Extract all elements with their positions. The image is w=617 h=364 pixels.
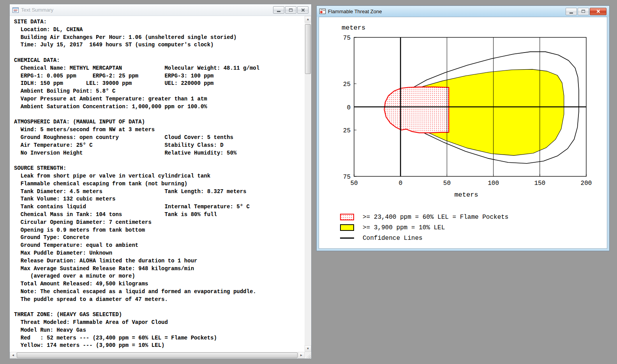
close-button[interactable]	[297, 6, 308, 14]
svg-text:0: 0	[398, 180, 402, 187]
yellow-zone-swatch	[340, 224, 354, 231]
red-zone-label: >= 23,400 ppm = 60% LEL = Flame Pockets	[363, 214, 508, 221]
svg-text:25: 25	[343, 81, 351, 88]
minimize-button[interactable]	[273, 6, 284, 14]
text-summary-text: SITE DATA: Location: DL, CHINA Building …	[14, 18, 259, 350]
close-icon	[596, 9, 600, 13]
window-title: Text Summary	[21, 7, 272, 13]
yellow-zone-label: >= 3,900 ppm = 10% LEL	[363, 224, 445, 231]
legend-row-red: >= 23,400 ppm = 60% LEL = Flame Pockets	[340, 212, 508, 222]
legend-row-yellow: >= 3,900 ppm = 10% LEL	[340, 222, 508, 233]
red-threat-zone-shape	[384, 87, 449, 133]
svg-text:25: 25	[343, 127, 351, 134]
svg-text:0: 0	[347, 104, 351, 111]
threat-zone-content: 75250257550050100150200metersmeters >= 2…	[319, 17, 607, 249]
svg-text:75: 75	[343, 35, 351, 42]
text-summary-content: SITE DATA: Location: DL, CHINA Building …	[10, 16, 311, 359]
maximize-icon	[582, 10, 585, 13]
confidence-line-swatch	[340, 237, 354, 239]
svg-text:200: 200	[581, 180, 592, 187]
svg-text:75: 75	[343, 174, 351, 181]
maximize-icon	[289, 9, 293, 12]
threat-zone-icon	[319, 9, 326, 14]
svg-text:150: 150	[534, 180, 545, 187]
svg-text:100: 100	[488, 180, 499, 187]
text-summary-window: Text Summary SITE DATA: Location: DL, CH…	[9, 4, 312, 359]
scroll-left-button[interactable]: ◄	[10, 352, 16, 359]
threat-zone-plot: 75250257550050100150200metersmeters	[319, 17, 607, 204]
minimize-icon	[569, 12, 573, 14]
vertical-scroll-thumb[interactable]	[305, 24, 311, 74]
scroll-up-button[interactable]: ▲	[305, 16, 311, 23]
maximize-button[interactable]	[578, 8, 589, 15]
scroll-right-button[interactable]: ►	[298, 352, 305, 359]
confidence-line-label: Confidence Lines	[363, 235, 423, 242]
text-summary-titlebar[interactable]: Text Summary	[10, 4, 311, 16]
minimize-button[interactable]	[566, 8, 577, 15]
plot-legend: >= 23,400 ppm = 60% LEL = Flame Pockets …	[340, 212, 508, 243]
vertical-scrollbar[interactable]: ▲ ▼	[305, 16, 311, 352]
desktop: { "desktop": { "background_color": "#9a9…	[0, 0, 617, 364]
legend-row-confidence: Confidence Lines	[340, 233, 508, 243]
svg-text:50: 50	[443, 180, 451, 187]
svg-text:meters: meters	[342, 24, 365, 32]
svg-text:50: 50	[350, 180, 358, 187]
close-icon	[301, 8, 305, 12]
horizontal-scroll-thumb[interactable]	[17, 352, 298, 358]
red-zone-swatch	[340, 214, 354, 220]
horizontal-scrollbar[interactable]: ◄ ►	[10, 352, 305, 359]
scroll-down-button[interactable]: ▼	[305, 345, 311, 352]
text-summary-icon	[12, 7, 19, 13]
maximize-button[interactable]	[285, 6, 296, 14]
resize-grip[interactable]	[305, 352, 311, 359]
close-button[interactable]	[590, 8, 606, 15]
minimize-icon	[277, 11, 280, 12]
window-title: Flammable Threat Zone	[328, 9, 565, 14]
threat-zone-titlebar[interactable]: Flammable Threat Zone	[317, 6, 609, 17]
svg-text:meters: meters	[454, 191, 478, 199]
threat-zone-window: Flammable Threat Zone 752502575500501001…	[316, 5, 610, 251]
